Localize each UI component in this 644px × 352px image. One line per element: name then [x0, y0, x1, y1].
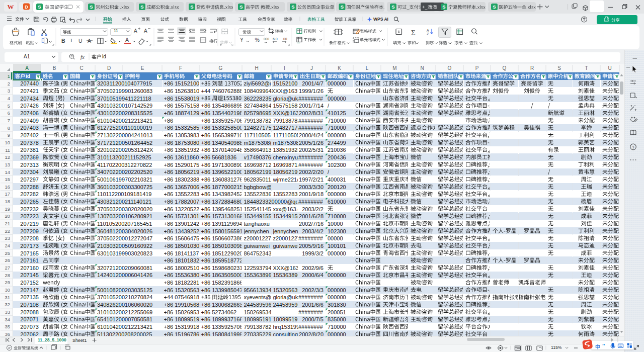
svg-text:fx: fx — [80, 54, 85, 60]
svg-text:6.0: 6.0 — [273, 37, 278, 41]
svg-text:A: A — [427, 29, 429, 32]
svg-text:Σ: Σ — [411, 29, 416, 37]
svg-text:Z: Z — [427, 32, 429, 36]
svg-text:W: W — [8, 3, 14, 11]
svg-text:S: S — [442, 4, 445, 10]
svg-text:?: ? — [632, 145, 634, 150]
svg-text:S: S — [341, 4, 344, 10]
svg-text:.00: .00 — [282, 37, 287, 41]
svg-text:S: S — [391, 4, 394, 10]
svg-text:S: S — [291, 4, 294, 10]
svg-text:id: id — [26, 73, 30, 79]
svg-text:S: S — [140, 4, 143, 10]
svg-text:S: S — [190, 4, 193, 10]
svg-text:S: S — [38, 4, 41, 10]
svg-text:S: S — [90, 4, 93, 10]
svg-text:D: D — [25, 5, 28, 10]
svg-text:S: S — [239, 4, 243, 10]
svg-text:S: S — [493, 4, 496, 10]
svg-text:’’: ’’ — [602, 343, 605, 349]
